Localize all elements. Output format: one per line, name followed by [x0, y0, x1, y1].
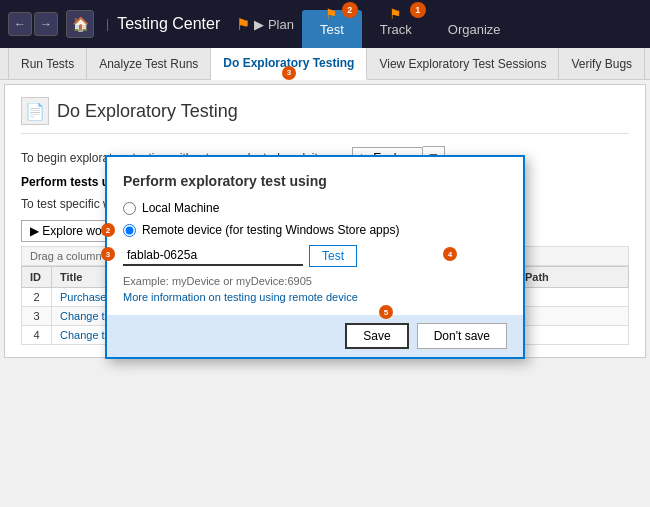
nav-run-tests[interactable]: Run Tests: [8, 48, 87, 80]
local-machine-label: Local Machine: [142, 201, 219, 215]
top-nav-tabs: ⚑ Test 2 ⚑ Track 1 Organize: [302, 0, 519, 48]
remote-device-row: 2 Remote device (for testing Windows Sto…: [123, 223, 507, 237]
top-navigation: ← → 🏠 | Testing Center ⚑ ▶ Plan ⚑ Test 2…: [0, 0, 650, 48]
tab-test-label: Test: [320, 22, 344, 37]
home-button[interactable]: 🏠: [66, 10, 94, 38]
badge-5: 5: [379, 305, 393, 319]
page-icon: 📄: [21, 97, 49, 125]
dialog-footer: 5 Save Don't save: [107, 315, 523, 357]
nav-verify-bugs[interactable]: Verify Bugs: [559, 48, 645, 80]
nav-do-exploratory[interactable]: Do Exploratory Testing 3: [211, 48, 367, 80]
save-button[interactable]: Save: [345, 323, 408, 349]
row-id-3: 4: [22, 326, 52, 345]
row-id-1: 2: [22, 288, 52, 307]
test-btn-label: Test: [322, 249, 344, 263]
tab-organize-label: Organize: [448, 22, 501, 37]
badge-4: 4: [443, 247, 457, 261]
more-info-link[interactable]: More information on testing using remote…: [123, 291, 507, 303]
example-text: Example: myDevice or myDevice:6905: [123, 275, 507, 287]
back-button[interactable]: ←: [8, 12, 32, 36]
main-content: 📄 Do Exploratory Testing To begin explor…: [4, 84, 646, 358]
badge-3: 3: [101, 247, 115, 261]
row-id-2: 3: [22, 307, 52, 326]
nav-view-sessions[interactable]: View Exploratory Test Sessions: [367, 48, 559, 80]
dont-save-label: Don't save: [434, 329, 490, 343]
page-title: Do Exploratory Testing: [57, 101, 238, 122]
local-machine-row: Local Machine: [123, 201, 507, 215]
nav-badge-3: 3: [282, 66, 296, 80]
test-button[interactable]: Test: [309, 245, 357, 267]
second-navigation: Run Tests Analyze Test Runs Do Explorato…: [0, 48, 650, 80]
device-input[interactable]: [123, 246, 303, 266]
tab-track-label: Track: [380, 22, 412, 37]
app-title: Testing Center: [117, 15, 220, 33]
perform-test-dialog: Perform exploratory test using Local Mac…: [105, 155, 525, 359]
tab-test[interactable]: ⚑ Test 2: [302, 10, 362, 48]
local-machine-radio[interactable]: [123, 202, 136, 215]
plan-area: ⚑ ▶ Plan: [236, 15, 294, 34]
dont-save-button[interactable]: Don't save: [417, 323, 507, 349]
nav-arrows: ← →: [8, 12, 58, 36]
remote-device-radio[interactable]: [123, 224, 136, 237]
flag-icon-plan: ⚑: [236, 15, 250, 34]
page-header: 📄 Do Exploratory Testing: [21, 97, 629, 134]
tab-track[interactable]: ⚑ Track 1: [362, 10, 430, 48]
tab-organize[interactable]: Organize: [430, 10, 519, 48]
forward-button[interactable]: →: [34, 12, 58, 36]
badge-2: 2: [101, 223, 115, 237]
nav-analyze[interactable]: Analyze Test Runs: [87, 48, 211, 80]
dialog-title: Perform exploratory test using: [123, 173, 507, 189]
plan-tab[interactable]: ▶ Plan: [254, 17, 294, 32]
col-id: ID: [22, 267, 52, 288]
device-input-row: 3 4 Test: [123, 245, 507, 267]
remote-device-label: Remote device (for testing Windows Store…: [142, 223, 399, 237]
tab-track-badge: 1: [410, 2, 426, 18]
tab-test-badge: 2: [342, 2, 358, 18]
save-label: Save: [363, 329, 390, 343]
